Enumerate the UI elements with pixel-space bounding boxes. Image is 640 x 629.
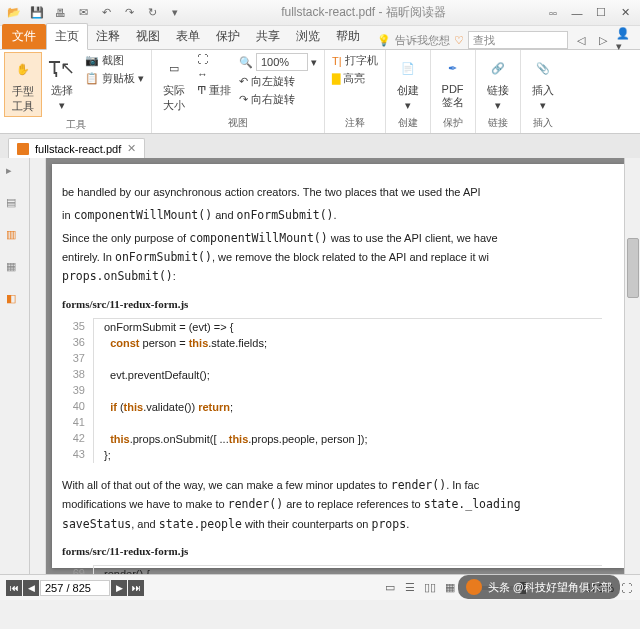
tab-form[interactable]: 表单 xyxy=(168,24,208,49)
rotate-right-button[interactable]: ↷向右旋转 xyxy=(236,91,320,108)
redo2-icon[interactable]: ↻ xyxy=(142,3,162,23)
tab-share[interactable]: 共享 xyxy=(248,24,288,49)
code-block-2: 6970 render() { xyxy=(62,565,602,574)
user-icon[interactable]: 👤▾ xyxy=(616,31,634,49)
watermark-avatar xyxy=(466,579,482,595)
search-next-button[interactable]: ▷ xyxy=(594,31,612,49)
reflow-icon: Ͳ xyxy=(197,84,206,97)
page-icon: ▭ xyxy=(160,54,188,82)
first-page-button[interactable]: ⏮ xyxy=(6,580,22,596)
comments-panel-icon[interactable]: ▦ xyxy=(6,260,24,278)
actual-size-button[interactable]: ▭ 实际 大小 xyxy=(156,52,192,115)
create-icon: 📄 xyxy=(394,54,422,82)
create-button[interactable]: 📄 创建▾ xyxy=(390,52,426,114)
minimize-icon[interactable]: — xyxy=(566,4,588,22)
clipboard-icon: 📋 xyxy=(85,72,99,85)
link-icon: 🔗 xyxy=(484,54,512,82)
redo-icon[interactable]: ↷ xyxy=(119,3,139,23)
page-controls: ⏮ ◀ ▶ ⏭ xyxy=(6,580,144,596)
sidebar-expand-icon[interactable]: ▸ xyxy=(6,164,24,182)
typewriter-button[interactable]: T|打字机 xyxy=(329,52,381,69)
snapshot-button[interactable]: 📷截图 xyxy=(82,52,147,69)
group-label-links: 链接 xyxy=(488,115,508,131)
ribbon-group-insert: 📎 插入▾ 插入 xyxy=(521,50,565,133)
code-block-1: 353637 383940 414243 onFormSubmit = (evt… xyxy=(62,318,602,463)
attachments-icon[interactable]: ◧ xyxy=(6,292,24,310)
file-tab[interactable]: 文件 xyxy=(2,24,46,49)
hand-tool-button[interactable]: ✋ 手型 工具 xyxy=(4,52,42,117)
tab-protect[interactable]: 保护 xyxy=(208,24,248,49)
tell-me-text[interactable]: 告诉我您想 xyxy=(395,33,450,48)
pdf-page: be handled by our asynchronous action cr… xyxy=(52,164,624,568)
group-label-create: 创建 xyxy=(398,115,418,131)
file-path-1: forms/src/11-redux-form.js xyxy=(62,296,602,313)
file-path-2: forms/src/11-redux-form.js xyxy=(62,543,602,560)
title-bar: 📂 💾 🖶 ✉ ↶ ↷ ↻ ▾ fullstack-react.pdf - 福昕… xyxy=(0,0,640,26)
print-icon[interactable]: 🖶 xyxy=(50,3,70,23)
camera-icon: 📷 xyxy=(85,54,99,67)
tab-annot[interactable]: 注释 xyxy=(88,24,128,49)
layout-cont-facing-icon[interactable]: ▦ xyxy=(442,580,458,596)
highlight-button[interactable]: ▇高亮 xyxy=(329,70,381,87)
page-viewport[interactable]: be handled by our asynchronous action cr… xyxy=(46,158,624,574)
layout-facing-icon[interactable]: ▯▯ xyxy=(422,580,438,596)
close-icon[interactable]: ✕ xyxy=(614,4,636,22)
pages-panel-icon[interactable]: ▥ xyxy=(6,228,24,246)
ribbon-min-icon[interactable]: ▫▫ xyxy=(542,4,564,22)
ribbon-group-view: ▭ 实际 大小 ⛶ ↔ Ͳ重排 🔍100%▾ ↶向左旋转 ↷向右旋转 视图 xyxy=(152,50,325,133)
fit-page-button[interactable]: ⛶ xyxy=(194,52,234,66)
ribbon-group-annot: T|打字机 ▇高亮 注释 xyxy=(325,50,386,133)
tab-view[interactable]: 视图 xyxy=(128,24,168,49)
line-numbers-2: 6970 xyxy=(62,565,94,574)
link-button[interactable]: 🔗 链接▾ xyxy=(480,52,516,114)
open-icon[interactable]: 📂 xyxy=(4,3,24,23)
fit-icon: ⛶ xyxy=(197,53,208,65)
tab-close-icon[interactable]: ✕ xyxy=(127,142,136,155)
ribbon-group-tools: ✋ 手型 工具 Ҭ↖ 选择▾ 📷截图 📋剪贴板▾ 工具 xyxy=(0,50,152,133)
document-tab[interactable]: fullstack-react.pdf ✕ xyxy=(8,138,145,158)
tab-browse[interactable]: 浏览 xyxy=(288,24,328,49)
email-icon[interactable]: ✉ xyxy=(73,3,93,23)
group-label-view: 视图 xyxy=(228,115,248,131)
prev-page-button[interactable]: ◀ xyxy=(23,580,39,596)
heart-icon[interactable]: ♡ xyxy=(454,34,464,47)
watermark-badge: 头条 @科技好望角俱乐部 xyxy=(458,575,620,599)
maximize-icon[interactable]: ☐ xyxy=(590,4,612,22)
page-number-input[interactable] xyxy=(40,580,110,596)
rotate-left-button[interactable]: ↶向左旋转 xyxy=(236,73,320,90)
group-label-protect: 保护 xyxy=(443,115,463,131)
vertical-scrollbar[interactable] xyxy=(624,158,640,574)
insert-button[interactable]: 📎 插入▾ xyxy=(525,52,561,114)
fullscreen-icon[interactable]: ⛶ xyxy=(618,580,634,596)
next-page-button[interactable]: ▶ xyxy=(111,580,127,596)
code-lines-2: render() { xyxy=(94,565,602,574)
ribbon-group-links: 🔗 链接▾ 链接 xyxy=(476,50,521,133)
search-prev-button[interactable]: ◁ xyxy=(572,31,590,49)
nav-sidebar: ▸ ▤ ▥ ▦ ◧ xyxy=(0,158,30,574)
signature-icon: ✒ xyxy=(439,54,467,82)
scrollbar-thumb[interactable] xyxy=(627,238,639,298)
clipboard-button[interactable]: 📋剪贴板▾ xyxy=(82,70,147,87)
tab-home[interactable]: 主页 xyxy=(46,23,88,50)
select-tool-button[interactable]: Ҭ↖ 选择▾ xyxy=(44,52,80,114)
layout-single-icon[interactable]: ▭ xyxy=(382,580,398,596)
layout-cont-icon[interactable]: ☰ xyxy=(402,580,418,596)
dropdown-icon[interactable]: ▾ xyxy=(165,3,185,23)
zoom-combo[interactable]: 🔍100%▾ xyxy=(236,52,320,72)
search-input[interactable]: 查找 xyxy=(468,31,568,49)
document-tab-label: fullstack-react.pdf xyxy=(35,143,121,155)
typewriter-icon: T| xyxy=(332,55,342,67)
tab-help[interactable]: 帮助 xyxy=(328,24,368,49)
ribbon-group-create: 📄 创建▾ 创建 xyxy=(386,50,431,133)
save-icon[interactable]: 💾 xyxy=(27,3,47,23)
hand-icon: ✋ xyxy=(9,55,37,83)
reflow-button[interactable]: Ͳ重排 xyxy=(194,82,234,99)
last-page-button[interactable]: ⏭ xyxy=(128,580,144,596)
rotl-icon: ↶ xyxy=(239,75,248,88)
quick-access-toolbar: 📂 💾 🖶 ✉ ↶ ↷ ↻ ▾ xyxy=(4,3,185,23)
fit-width-button[interactable]: ↔ xyxy=(194,67,234,81)
pdf-sign-button[interactable]: ✒ PDF 签名 xyxy=(435,52,471,112)
undo-icon[interactable]: ↶ xyxy=(96,3,116,23)
bookmarks-icon[interactable]: ▤ xyxy=(6,196,24,214)
ribbon-group-protect: ✒ PDF 签名 保护 xyxy=(431,50,476,133)
